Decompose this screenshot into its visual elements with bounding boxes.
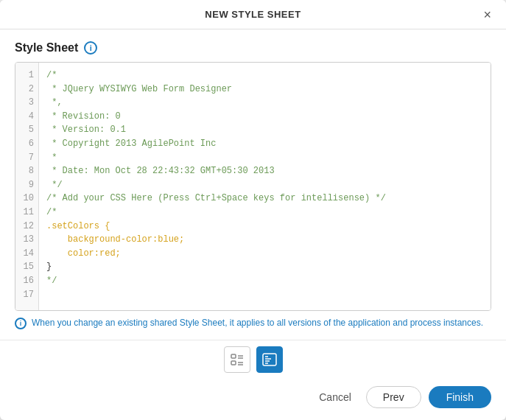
- dialog-footer: Cancel Prev Finish: [0, 380, 506, 420]
- svg-rect-1: [231, 361, 236, 365]
- toolbar-code-button[interactable]: [256, 346, 283, 373]
- line-number: 2: [29, 83, 34, 97]
- finish-button[interactable]: Finish: [429, 386, 491, 408]
- line-number: 3: [29, 96, 34, 110]
- code-line: */: [46, 178, 483, 192]
- field-label-row: Style Sheet i: [15, 41, 491, 55]
- code-line: * Copyright 2013 AgilePoint Inc: [46, 137, 483, 151]
- dialog-title: NEW STYLE SHEET: [205, 9, 301, 20]
- line-number: 12: [24, 220, 34, 234]
- svg-rect-0: [231, 354, 236, 358]
- close-button[interactable]: ×: [479, 7, 496, 23]
- line-number: 5: [29, 123, 34, 137]
- code-line: color:red;: [46, 247, 483, 261]
- code-line: * Revision: 0: [46, 110, 483, 124]
- list-icon: [230, 352, 245, 367]
- code-editor[interactable]: 1234567891011121314151617 /* * JQuery WY…: [15, 62, 491, 311]
- line-number: 7: [29, 151, 34, 165]
- line-number: 15: [24, 260, 34, 274]
- dialog-body: Style Sheet i 1234567891011121314151617 …: [0, 29, 506, 340]
- line-number: 8: [29, 164, 34, 178]
- code-line: *: [46, 151, 483, 165]
- cancel-button[interactable]: Cancel: [312, 387, 359, 407]
- code-line: * JQuery WYSIWYG Web Form Designer: [46, 83, 483, 97]
- new-style-sheet-dialog: NEW STYLE SHEET × Style Sheet i 12345678…: [0, 0, 506, 420]
- code-line: background-color:blue;: [46, 233, 483, 247]
- code-line: /*: [46, 69, 483, 83]
- code-line: *,: [46, 96, 483, 110]
- code-line: .setColors {: [46, 220, 483, 234]
- dialog-toolbar: [0, 340, 506, 380]
- field-info-icon[interactable]: i: [84, 41, 97, 55]
- line-number: 16: [24, 274, 34, 288]
- code-line: /* Add your CSS Here (Press Ctrl+Space k…: [46, 192, 483, 206]
- field-label: Style Sheet: [15, 41, 78, 55]
- line-number: 4: [29, 110, 34, 124]
- toolbar-list-button[interactable]: [224, 346, 250, 373]
- info-bar: i When you change an existing shared Sty…: [15, 311, 491, 334]
- code-line: * Version: 0.1: [46, 123, 483, 137]
- code-line: /*: [46, 206, 483, 220]
- line-number: 9: [29, 178, 34, 192]
- code-content[interactable]: /* * JQuery WYSIWYG Web Form Designer *,…: [39, 63, 491, 310]
- info-bar-text: When you change an existing shared Style…: [32, 317, 483, 329]
- line-number: 17: [24, 288, 34, 302]
- prev-button[interactable]: Prev: [366, 386, 421, 408]
- code-line: }: [46, 260, 483, 274]
- line-number: 10: [24, 192, 34, 206]
- line-number: 14: [24, 247, 34, 261]
- line-numbers: 1234567891011121314151617: [15, 63, 39, 310]
- code-line: */: [46, 274, 483, 288]
- code-line: * Date: Mon Oct 28 22:43:32 GMT+05:30 20…: [46, 164, 483, 178]
- line-number: 13: [24, 233, 34, 247]
- svg-rect-6: [263, 354, 276, 365]
- info-bar-icon: i: [15, 318, 27, 329]
- line-number: 11: [24, 206, 34, 220]
- line-number: 1: [29, 69, 34, 83]
- dialog-header: NEW STYLE SHEET ×: [0, 0, 506, 29]
- line-number: 6: [29, 137, 34, 151]
- code-icon: [262, 352, 277, 367]
